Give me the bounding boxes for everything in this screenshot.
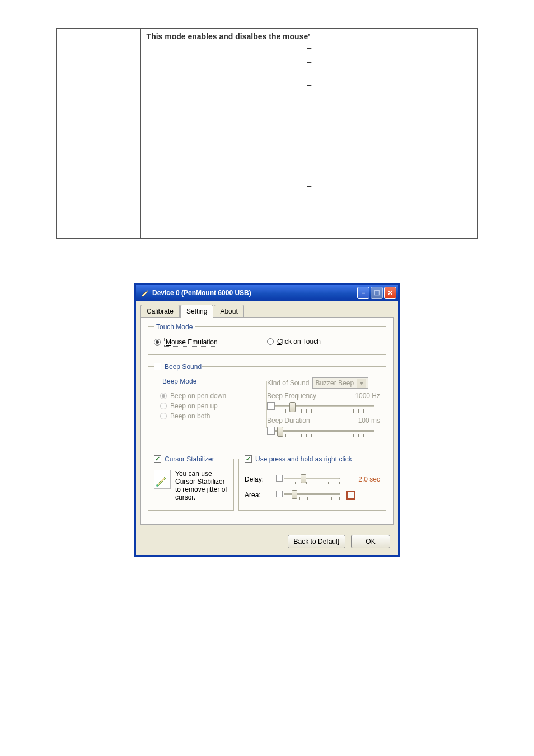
minimize-button[interactable]: – xyxy=(357,287,369,299)
press-hold-label: Use press and hold as right click xyxy=(255,455,352,463)
doc-row1-strong: This mode enables and disalbes the mouse… xyxy=(147,32,310,41)
beep-duration-label: Beep Duration xyxy=(267,417,341,424)
close-button[interactable]: ✕ xyxy=(384,287,396,299)
tab-bar: Calibrate Setting About xyxy=(136,301,398,317)
tab-setting[interactable]: Setting xyxy=(180,305,213,318)
area-slider[interactable] xyxy=(276,489,343,501)
delay-value: 2.0 sec xyxy=(346,475,380,483)
doc-cell-left2 xyxy=(57,105,141,197)
setting-panel: Touch Mode Mouse Emulation Click on Touc… xyxy=(140,317,394,525)
radio-beep-pen-down: Beep on pen down xyxy=(160,392,261,400)
radio-dot-icon xyxy=(160,393,167,399)
dash-line-5: – xyxy=(147,123,472,137)
radio-dot-icon xyxy=(267,338,274,345)
dash-line-9: – xyxy=(147,179,472,193)
delay-slider[interactable] xyxy=(276,473,343,486)
beep-duration-value: 100 ms xyxy=(341,417,380,424)
kind-of-sound-select: Buzzer Beep ▾ xyxy=(312,377,368,389)
dialog-button-bar: Back to Default OK xyxy=(136,529,398,555)
dash-line-2: – xyxy=(147,55,472,69)
titlebar[interactable]: Device 0 (PenMount 6000 USB) – ☐ ✕ xyxy=(136,285,398,301)
check-cursor-stabilizer[interactable]: Cursor Stabilizer xyxy=(154,455,214,463)
svg-point-0 xyxy=(156,484,158,487)
cursor-stabilizer-desc: You can use Cursor Stabilizer to remove … xyxy=(175,470,228,501)
radio-click-on-touch[interactable]: Click on Touch xyxy=(267,338,380,346)
radio-mouse-emulation[interactable]: Mouse Emulation xyxy=(154,338,267,347)
touch-mode-group: Touch Mode Mouse Emulation Click on Touc… xyxy=(148,323,386,355)
check-beep-sound[interactable]: Beep Sound xyxy=(154,363,202,371)
doc-cell-right1: This mode enables and disalbes the mouse… xyxy=(140,29,477,105)
area-preview-icon xyxy=(346,491,355,500)
penmount-dialog: Device 0 (PenMount 6000 USB) – ☐ ✕ Calib… xyxy=(134,283,400,557)
doc-cell-left4 xyxy=(57,213,141,238)
cursor-stabilizer-label: Cursor Stabilizer xyxy=(165,455,214,463)
maximize-button: ☐ xyxy=(371,287,383,299)
pen-cursor-icon xyxy=(154,470,171,489)
beep-group: Beep Sound Beep Mode Beep on pen down Be… xyxy=(148,361,386,447)
mouse-emulation-label: ouse Emulation xyxy=(171,338,218,346)
dash-line-1: – xyxy=(147,41,472,55)
check-press-hold-right-click[interactable]: Use press and hold as right click xyxy=(245,455,352,463)
back-to-default-button[interactable]: Back to Default xyxy=(288,535,345,548)
tab-calibrate[interactable]: Calibrate xyxy=(140,305,180,318)
tab-about[interactable]: About xyxy=(214,305,243,318)
checkbox-icon xyxy=(154,363,161,370)
doc-table: This mode enables and disalbes the mouse… xyxy=(56,28,478,239)
window-title: Device 0 (PenMount 6000 USB) xyxy=(152,289,357,297)
area-label: Area: xyxy=(245,491,273,499)
beep-frequency-value: 1000 Hz xyxy=(341,392,380,400)
doc-cell-left1 xyxy=(57,29,141,105)
touch-mode-legend: Touch Mode xyxy=(154,323,195,331)
beep-mode-legend: Beep Mode xyxy=(160,377,199,385)
doc-cell-right3 xyxy=(140,197,477,213)
beep-frequency-slider xyxy=(267,401,380,413)
dash-line-7: – xyxy=(147,151,472,165)
doc-cell-right4 xyxy=(140,213,477,238)
radio-dot-icon xyxy=(160,413,167,419)
dash-line-3: – xyxy=(147,78,472,92)
delay-label: Delay: xyxy=(245,475,273,483)
doc-cell-right2: – – – – – – xyxy=(140,105,477,197)
beep-frequency-label: Beep Frequency xyxy=(267,392,341,400)
cursor-stabilizer-group: Cursor Stabilizer You can use Cursor Sta… xyxy=(148,453,234,511)
radio-dot-icon xyxy=(154,339,161,346)
doc-cell-left3 xyxy=(57,197,141,213)
right-click-group: Use press and hold as right click Delay:… xyxy=(238,453,386,511)
radio-beep-pen-up: Beep on pen up xyxy=(160,402,261,410)
chevron-down-icon: ▾ xyxy=(357,379,366,388)
beep-mode-group: Beep Mode Beep on pen down Beep on pen u… xyxy=(154,377,267,428)
kind-of-sound-value: Buzzer Beep xyxy=(315,379,354,387)
pen-icon xyxy=(140,288,149,297)
kind-of-sound-label: Kind of Sound xyxy=(267,379,309,387)
dash-line-6: – xyxy=(147,137,472,151)
radio-beep-both: Beep on both xyxy=(160,412,261,420)
radio-dot-icon xyxy=(160,403,167,409)
checkbox-icon xyxy=(245,455,252,463)
ok-button[interactable]: OK xyxy=(351,535,390,548)
beep-duration-slider xyxy=(267,426,380,438)
checkbox-icon xyxy=(154,455,161,463)
dash-line-4: – xyxy=(147,109,472,123)
dash-line-8: – xyxy=(147,165,472,179)
